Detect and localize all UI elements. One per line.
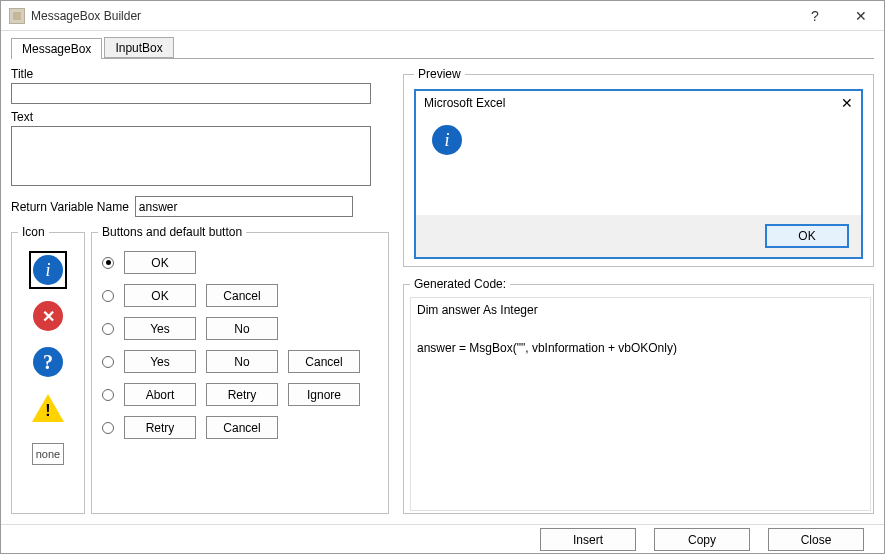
btn-sample[interactable]: Cancel (288, 350, 360, 373)
tab-strip: MessageBox InputBox (11, 37, 874, 59)
preview-title: Microsoft Excel (424, 96, 841, 110)
button-row: Yes No Cancel (102, 350, 378, 373)
icon-option-none[interactable]: none (29, 435, 67, 473)
info-icon (33, 255, 63, 285)
tab-messagebox[interactable]: MessageBox (11, 38, 102, 59)
icon-group: Icon none (11, 225, 85, 514)
error-icon (33, 301, 63, 331)
preview-window: Microsoft Excel ✕ i OK (414, 89, 863, 259)
button-row: OK Cancel (102, 284, 378, 307)
btn-sample[interactable]: No (206, 350, 278, 373)
close-window-button[interactable]: ✕ (838, 1, 884, 31)
btn-sample[interactable]: OK (124, 284, 196, 307)
button-row: OK (102, 251, 378, 274)
buttons-group: Buttons and default button OK OK Cancel (91, 225, 389, 514)
icon-option-error[interactable] (29, 297, 67, 335)
btn-sample[interactable]: Abort (124, 383, 196, 406)
text-label: Text (11, 110, 389, 124)
button-radio-3[interactable] (102, 356, 114, 368)
generated-group: Generated Code: Dim answer As Integer an… (403, 277, 874, 514)
btn-sample[interactable]: OK (124, 251, 196, 274)
button-radio-2[interactable] (102, 323, 114, 335)
btn-sample[interactable]: Retry (124, 416, 196, 439)
insert-button[interactable]: Insert (540, 528, 636, 551)
preview-group: Preview Microsoft Excel ✕ i OK (403, 67, 874, 267)
text-input[interactable] (11, 126, 371, 186)
titlebar: MessageBox Builder ? ✕ (1, 1, 884, 31)
button-row: Yes No (102, 317, 378, 340)
btn-sample[interactable]: Yes (124, 350, 196, 373)
tab-inputbox[interactable]: InputBox (104, 37, 173, 58)
generated-code[interactable]: Dim answer As Integer answer = MsgBox(""… (410, 297, 871, 511)
retvar-input[interactable] (135, 196, 353, 217)
btn-sample[interactable]: Retry (206, 383, 278, 406)
btn-sample[interactable]: Cancel (206, 416, 278, 439)
button-radio-4[interactable] (102, 389, 114, 401)
app-icon (9, 8, 25, 24)
button-row: Abort Retry Ignore (102, 383, 378, 406)
button-radio-5[interactable] (102, 422, 114, 434)
preview-info-icon: i (432, 125, 462, 155)
help-button[interactable]: ? (792, 1, 838, 31)
preview-legend: Preview (414, 67, 465, 81)
question-icon (33, 347, 63, 377)
btn-sample[interactable]: Cancel (206, 284, 278, 307)
btn-sample[interactable]: No (206, 317, 278, 340)
warning-icon (32, 394, 64, 422)
button-row: Retry Cancel (102, 416, 378, 439)
title-label: Title (11, 67, 389, 81)
window-title: MessageBox Builder (31, 9, 792, 23)
btn-sample[interactable]: Yes (124, 317, 196, 340)
copy-button[interactable]: Copy (654, 528, 750, 551)
btn-sample[interactable]: Ignore (288, 383, 360, 406)
none-icon: none (32, 443, 64, 465)
title-input[interactable] (11, 83, 371, 104)
icon-option-question[interactable] (29, 343, 67, 381)
preview-close-icon[interactable]: ✕ (841, 95, 853, 111)
button-radio-0[interactable] (102, 257, 114, 269)
button-radio-1[interactable] (102, 290, 114, 302)
bottom-bar: Insert Copy Close (1, 524, 884, 554)
icon-legend: Icon (18, 225, 49, 239)
retvar-label: Return Variable Name (11, 200, 129, 214)
generated-legend: Generated Code: (410, 277, 510, 291)
close-button[interactable]: Close (768, 528, 864, 551)
icon-option-warning[interactable] (29, 389, 67, 427)
icon-option-info[interactable] (29, 251, 67, 289)
buttons-legend: Buttons and default button (98, 225, 246, 239)
preview-ok-button[interactable]: OK (765, 224, 849, 248)
